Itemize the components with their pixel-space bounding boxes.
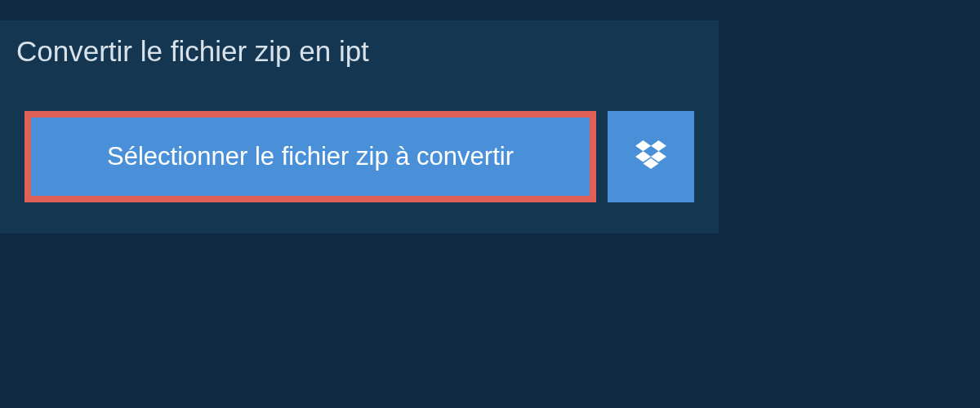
converter-panel: Convertir le fichier zip en ipt Sélectio… [0,20,719,233]
button-row: Sélectionner le fichier zip à convertir [0,111,719,202]
dropbox-icon [635,140,666,173]
title-bar: Convertir le fichier zip en ipt [0,20,394,82]
dropbox-button[interactable] [608,111,694,202]
page-title: Convertir le fichier zip en ipt [16,35,369,68]
select-file-button[interactable]: Sélectionner le fichier zip à convertir [24,111,596,202]
select-file-label: Sélectionner le fichier zip à convertir [107,142,514,171]
